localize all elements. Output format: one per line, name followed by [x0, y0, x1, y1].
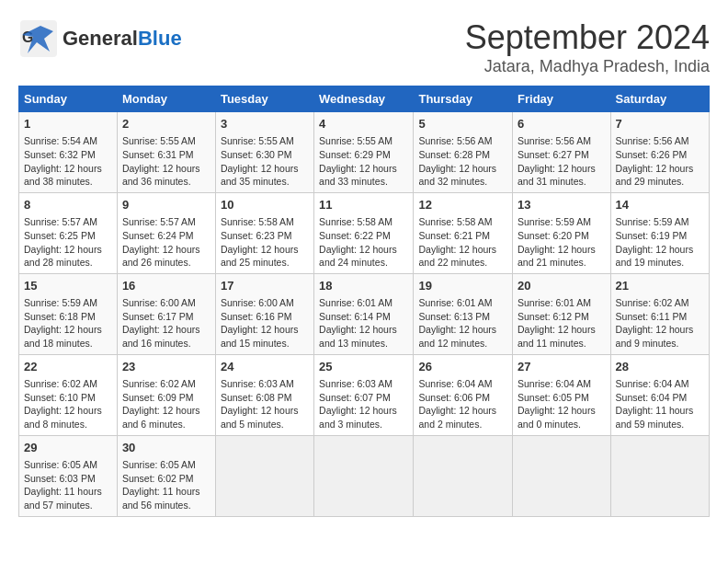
- day-info: Sunset: 6:07 PM: [319, 391, 408, 405]
- calendar-cell: 2Sunrise: 5:55 AMSunset: 6:31 PMDaylight…: [117, 112, 215, 193]
- day-info: Sunrise: 6:04 AM: [518, 377, 606, 391]
- day-info: Sunset: 6:08 PM: [221, 391, 309, 405]
- day-info: Sunset: 6:22 PM: [319, 229, 408, 243]
- calendar-cell: 13Sunrise: 5:59 AMSunset: 6:20 PMDayligh…: [513, 192, 611, 273]
- day-info: and 59 minutes.: [616, 418, 704, 431]
- day-info: Daylight: 12 hours: [221, 323, 309, 337]
- calendar-cell: 12Sunrise: 5:58 AMSunset: 6:21 PMDayligh…: [414, 192, 513, 273]
- day-number: 11: [319, 197, 408, 213]
- day-number: 30: [122, 440, 210, 456]
- day-info: Daylight: 12 hours: [122, 243, 210, 257]
- day-info: Daylight: 12 hours: [24, 162, 112, 176]
- day-number: 2: [122, 116, 210, 132]
- day-info: Sunset: 6:32 PM: [24, 148, 112, 162]
- calendar-cell: 19Sunrise: 6:01 AMSunset: 6:13 PMDayligh…: [414, 273, 513, 354]
- day-info: Sunset: 6:30 PM: [221, 148, 309, 162]
- day-number: 1: [24, 116, 112, 132]
- day-info: Daylight: 12 hours: [319, 162, 408, 176]
- day-number: 14: [616, 197, 704, 213]
- calendar-cell: 10Sunrise: 5:58 AMSunset: 6:23 PMDayligh…: [215, 192, 313, 273]
- day-number: 19: [418, 278, 507, 294]
- calendar-body: 1Sunrise: 5:54 AMSunset: 6:32 PMDaylight…: [19, 112, 710, 517]
- day-info: Daylight: 12 hours: [418, 162, 507, 176]
- day-info: Daylight: 12 hours: [24, 404, 112, 418]
- day-info: Sunrise: 5:59 AM: [24, 296, 112, 310]
- day-info: and 28 minutes.: [24, 256, 112, 270]
- day-number: 12: [418, 197, 507, 213]
- day-info: Sunrise: 6:00 AM: [122, 296, 210, 310]
- day-info: Sunrise: 6:01 AM: [518, 296, 606, 310]
- day-info: Sunrise: 5:55 AM: [319, 134, 408, 148]
- day-number: 28: [616, 359, 704, 375]
- day-info: Sunset: 6:18 PM: [24, 310, 112, 324]
- calendar-cell: 28Sunrise: 6:04 AMSunset: 6:04 PMDayligh…: [610, 354, 709, 435]
- day-info: Sunrise: 6:05 AM: [24, 458, 112, 472]
- weekday-header-sunday: Sunday: [19, 86, 118, 112]
- day-info: Sunrise: 5:58 AM: [221, 215, 309, 229]
- day-info: and 2 minutes.: [418, 418, 507, 431]
- day-info: Daylight: 12 hours: [24, 243, 112, 257]
- day-info: and 9 minutes.: [616, 337, 704, 350]
- calendar-cell: 11Sunrise: 5:58 AMSunset: 6:22 PMDayligh…: [314, 192, 414, 273]
- logo-icon: G: [18, 18, 59, 59]
- day-info: and 0 minutes.: [518, 418, 606, 431]
- day-info: Sunrise: 5:55 AM: [221, 134, 309, 148]
- day-info: Sunset: 6:21 PM: [418, 229, 507, 243]
- day-info: Sunrise: 6:04 AM: [616, 377, 704, 391]
- page-header: G GeneralBlue September 2024 Jatara, Mad…: [18, 18, 710, 76]
- calendar-cell: 5Sunrise: 5:56 AMSunset: 6:28 PMDaylight…: [414, 112, 513, 193]
- calendar-cell: [414, 435, 513, 516]
- day-info: Sunrise: 6:02 AM: [24, 377, 112, 391]
- day-info: Sunset: 6:16 PM: [221, 310, 309, 324]
- day-info: and 31 minutes.: [518, 175, 606, 189]
- calendar-cell: 4Sunrise: 5:55 AMSunset: 6:29 PMDaylight…: [314, 112, 414, 193]
- day-info: Sunset: 6:13 PM: [418, 310, 507, 324]
- day-info: and 3 minutes.: [319, 418, 408, 431]
- day-info: Sunrise: 6:01 AM: [418, 296, 507, 310]
- day-number: 3: [221, 116, 309, 132]
- day-number: 10: [221, 197, 309, 213]
- calendar-cell: 6Sunrise: 5:56 AMSunset: 6:27 PMDaylight…: [513, 112, 611, 193]
- day-info: Daylight: 12 hours: [518, 162, 606, 176]
- day-info: Daylight: 12 hours: [418, 323, 507, 337]
- day-info: Sunrise: 5:54 AM: [24, 134, 112, 148]
- calendar-week-5: 29Sunrise: 6:05 AMSunset: 6:03 PMDayligh…: [19, 435, 710, 516]
- day-number: 5: [418, 116, 507, 132]
- day-info: Sunrise: 5:56 AM: [418, 134, 507, 148]
- day-info: Daylight: 12 hours: [122, 404, 210, 418]
- calendar-cell: [610, 435, 709, 516]
- logo-general: GeneralBlue: [63, 28, 182, 50]
- day-info: Sunset: 6:17 PM: [122, 310, 210, 324]
- day-info: Sunset: 6:31 PM: [122, 148, 210, 162]
- day-info: Sunset: 6:09 PM: [122, 391, 210, 405]
- calendar-cell: 3Sunrise: 5:55 AMSunset: 6:30 PMDaylight…: [215, 112, 313, 193]
- day-info: Sunset: 6:04 PM: [616, 391, 704, 405]
- day-info: and 5 minutes.: [221, 418, 309, 431]
- calendar-cell: 1Sunrise: 5:54 AMSunset: 6:32 PMDaylight…: [19, 112, 118, 193]
- day-info: and 26 minutes.: [122, 256, 210, 270]
- day-info: Sunset: 6:14 PM: [319, 310, 408, 324]
- day-info: and 33 minutes.: [319, 175, 408, 189]
- day-number: 8: [24, 197, 112, 213]
- day-info: Daylight: 12 hours: [518, 404, 606, 418]
- weekday-header-saturday: Saturday: [610, 86, 709, 112]
- day-info: Sunrise: 5:59 AM: [616, 215, 704, 229]
- title-area: September 2024 Jatara, Madhya Pradesh, I…: [465, 18, 710, 76]
- day-info: and 36 minutes.: [122, 175, 210, 189]
- day-info: Daylight: 12 hours: [418, 404, 507, 418]
- day-info: Daylight: 12 hours: [616, 243, 704, 257]
- calendar-cell: 22Sunrise: 6:02 AMSunset: 6:10 PMDayligh…: [19, 354, 118, 435]
- calendar-cell: 27Sunrise: 6:04 AMSunset: 6:05 PMDayligh…: [513, 354, 611, 435]
- day-number: 21: [616, 278, 704, 294]
- day-info: and 57 minutes.: [24, 499, 112, 512]
- day-number: 4: [319, 116, 408, 132]
- day-number: 26: [418, 359, 507, 375]
- calendar-cell: 21Sunrise: 6:02 AMSunset: 6:11 PMDayligh…: [610, 273, 709, 354]
- day-info: Sunset: 6:27 PM: [518, 148, 606, 162]
- weekday-header-row: SundayMondayTuesdayWednesdayThursdayFrid…: [19, 86, 710, 112]
- day-info: Sunrise: 5:56 AM: [518, 134, 606, 148]
- calendar-cell: 18Sunrise: 6:01 AMSunset: 6:14 PMDayligh…: [314, 273, 414, 354]
- calendar-cell: [314, 435, 414, 516]
- day-info: Daylight: 12 hours: [616, 323, 704, 337]
- day-info: Sunrise: 6:03 AM: [319, 377, 408, 391]
